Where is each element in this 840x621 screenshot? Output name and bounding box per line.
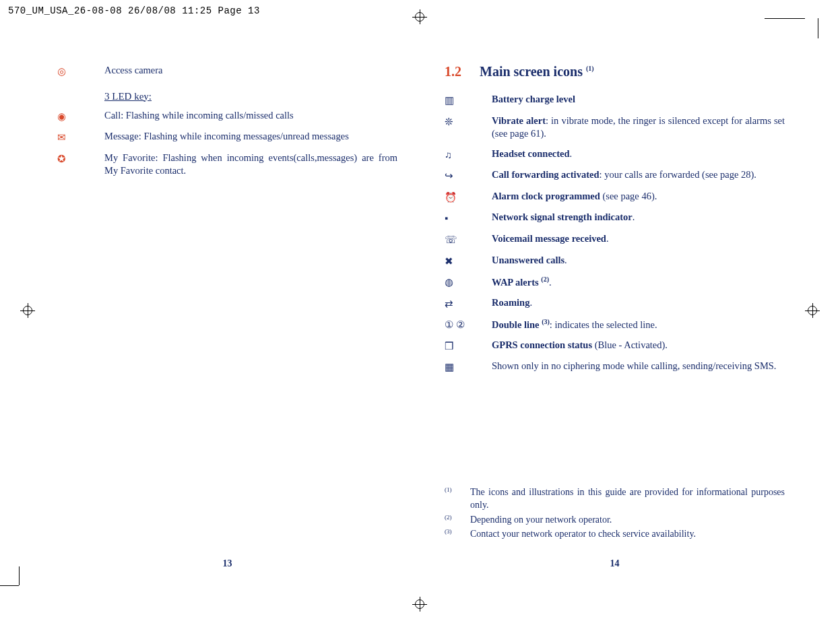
section-number: 1.2	[445, 64, 461, 79]
signal-icon: ▪	[445, 211, 492, 226]
battery-icon: ▥	[445, 93, 492, 108]
camera-icon: ◎	[57, 64, 104, 79]
unanswered-icon: ✖	[445, 254, 492, 269]
wap-icon: ◍	[445, 275, 492, 290]
list-item: ⏰Alarm clock programmed (see page 46).	[445, 190, 785, 205]
right-items: ▥Battery charge level❊Vibrate alert: in …	[445, 93, 785, 374]
page-left: ◎Access camera 3 LED key: ◉Call: Flashin…	[37, 51, 418, 589]
item-text: Voicemail message received.	[492, 232, 785, 246]
registration-mark	[412, 597, 427, 612]
headset-icon: ♫	[445, 148, 492, 162]
footnote-text: Contact your network operator to check s…	[470, 527, 785, 541]
alarm-icon: ⏰	[445, 190, 492, 205]
footnote: (2)Depending on your network operator.	[445, 513, 785, 527]
list-item: ♫Headset connected.	[445, 148, 785, 162]
registration-mark	[412, 9, 427, 24]
item-text: Network signal strength indicator.	[492, 211, 785, 224]
crop-mark	[765, 0, 805, 19]
footnote-mark: (2)	[445, 513, 470, 527]
footnote-text: Depending on your network operator.	[470, 513, 785, 527]
item-text: Call: Flashing while incoming calls/miss…	[104, 109, 397, 123]
list-item: ① ②Double line (3): indicates the select…	[445, 317, 785, 332]
item-text: Message: Flashing while incoming message…	[104, 130, 397, 143]
footnotes: (1)The icons and illustrations in this g…	[445, 486, 785, 542]
item-text: Battery charge level	[492, 93, 785, 106]
item-text: Access camera	[104, 64, 397, 77]
item-text: Headset connected.	[492, 148, 785, 161]
vibrate-icon: ❊	[445, 115, 492, 129]
section-title: Main screen icons (1)	[480, 64, 594, 79]
registration-mark	[805, 303, 820, 318]
item-text: Double line (3): indicates the selected …	[492, 317, 785, 331]
item-text: Vibrate alert: in vibrate mode, the ring…	[492, 115, 785, 141]
registration-mark	[20, 303, 35, 318]
led-key-heading: 3 LED key:	[104, 91, 397, 102]
item-text: Unanswered calls.	[492, 254, 785, 267]
footnote: (3)Contact your network operator to chec…	[445, 527, 785, 541]
list-item: ☏Voicemail message received.	[445, 232, 785, 247]
double-line-icon: ① ②	[445, 317, 492, 332]
favorite-led-icon: ✪	[57, 152, 104, 166]
list-item: ↪Call forwarding activated: your calls a…	[445, 168, 785, 183]
roaming-icon: ⇄	[445, 296, 492, 311]
list-item: ✪My Favorite: Flashing when incoming eve…	[57, 152, 397, 178]
item-text: Shown only in no ciphering mode while ca…	[492, 360, 785, 373]
section-heading: 1.2 Main screen icons (1)	[445, 64, 785, 79]
page-number-left: 13	[223, 558, 232, 569]
list-item: ✉Message: Flashing while incoming messag…	[57, 130, 397, 145]
footnote-mark: (3)	[445, 527, 470, 541]
list-item: ❒GPRS connection status (Blue - Activate…	[445, 339, 785, 354]
list-item: ✖Unanswered calls.	[445, 254, 785, 269]
item-text: Alarm clock programmed (see page 46).	[492, 190, 785, 203]
list-item: ▥Battery charge level	[445, 93, 785, 108]
voicemail-icon: ☏	[445, 232, 492, 247]
item-text: My Favorite: Flashing when incoming even…	[104, 152, 397, 178]
print-slug: 570_UM_USA_26-08-08 26/08/08 11:25 Page …	[8, 5, 260, 16]
footnote-mark: (1)	[445, 486, 470, 512]
list-item: ◎Access camera	[57, 64, 397, 79]
list-item: ◍WAP alerts (2).	[445, 275, 785, 290]
left-items: ◎Access camera	[57, 64, 397, 79]
page-number-right: 14	[610, 558, 620, 569]
item-text: Call forwarding activated: your calls ar…	[492, 168, 785, 182]
list-item: ▦Shown only in no ciphering mode while c…	[445, 360, 785, 374]
list-item: ◉Call: Flashing while incoming calls/mis…	[57, 109, 397, 124]
ciphering-icon: ▦	[445, 360, 492, 374]
list-item: ⇄Roaming.	[445, 296, 785, 311]
message-led-icon: ✉	[57, 130, 104, 145]
call-led-icon: ◉	[57, 109, 104, 124]
item-text: Roaming.	[492, 296, 785, 310]
item-text: WAP alerts (2).	[492, 275, 785, 289]
gprs-icon: ❒	[445, 339, 492, 354]
page-right: 1.2 Main screen icons (1) ▥Battery charg…	[424, 51, 805, 589]
list-item: ❊Vibrate alert: in vibrate mode, the rin…	[445, 115, 785, 141]
list-item: ▪Network signal strength indicator.	[445, 211, 785, 226]
crop-mark	[0, 585, 19, 586]
call-forward-icon: ↪	[445, 168, 492, 183]
footnote: (1)The icons and illustrations in this g…	[445, 486, 785, 512]
footnote-text: The icons and illustrations in this guid…	[470, 486, 785, 512]
left-led-items: ◉Call: Flashing while incoming calls/mis…	[57, 109, 397, 178]
item-text: GPRS connection status (Blue - Activated…	[492, 339, 785, 352]
